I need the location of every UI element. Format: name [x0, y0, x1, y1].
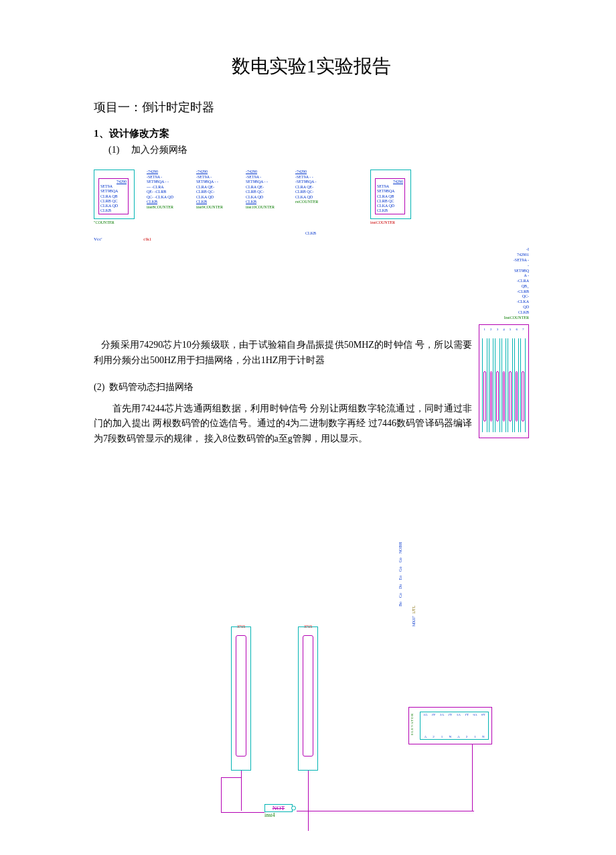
pin: N	[446, 735, 454, 738]
item-1-num: (1)	[108, 145, 119, 155]
rs-b: 1JTL	[412, 606, 416, 614]
num: 6	[514, 328, 520, 331]
rl: Bo	[398, 602, 402, 606]
rl: Do	[398, 584, 402, 589]
chip-row: SET9BQA	[377, 189, 403, 194]
tb-row: -SET9A -	[196, 175, 234, 180]
chip-right-wrap: 74290 SET9A SET9BQA CLRA QB CLRB QC CLKA…	[370, 170, 411, 224]
vc-row: -CLKA	[497, 300, 529, 305]
vc-row: -	[497, 263, 529, 269]
rl: NOBH	[398, 542, 402, 553]
tb-row: QE- -CLRB	[147, 190, 184, 195]
tb-row: SET9BQA - -	[246, 180, 283, 185]
pin: A	[421, 735, 429, 738]
pin: 1A	[455, 713, 463, 716]
chip-row: SET9A	[100, 184, 127, 189]
tb-row: QC- -CLKA QD	[147, 195, 184, 200]
tall-block-1: 3715	[231, 627, 251, 771]
vc-row: CLKB	[497, 310, 529, 316]
tb-ft: inst8COUNTER	[147, 205, 184, 210]
bottom-schematic: Bo Co Do Eo Go Go NOBH MX07 1JTL 3715 37…	[177, 603, 526, 831]
tb-row: SET9BQA - -	[196, 180, 234, 185]
chip-row: CLRA QB	[100, 194, 127, 199]
text-column: 分频采用74290芯片10分频级联，由于试验箱自身晶振提供50MHZ的时钟信 号…	[94, 247, 472, 446]
chip-right-label: instCOUNTER	[370, 220, 411, 224]
pins-bot: A 2 1 N A 2 1 N	[421, 735, 487, 738]
tb-hd: -74290	[147, 170, 184, 175]
pin: 1Y	[463, 713, 471, 716]
wire	[472, 744, 473, 811]
wire	[297, 811, 474, 811]
tall-lbl: 3715	[304, 624, 312, 629]
paragraph-2: 首先用74244芯片选通两组数据，利用时钟信号 分别让两组数字轮流通过，同时通过…	[94, 401, 472, 446]
tb-row: --- -CLRA	[147, 185, 184, 190]
tb-row: CLRB QC-	[295, 190, 333, 195]
clk-label: clk1	[143, 237, 151, 242]
chip-74290-right: 74290 SET9A SET9BQA CLRA QB CLRB QC CLKA…	[375, 178, 405, 214]
pin: 2	[429, 735, 437, 738]
para1-text: 分频采用74290芯片10分频级联，由于试验箱自身晶振提供50MHZ的时钟信 号…	[94, 340, 472, 365]
chip-row: CLKA QD	[100, 204, 127, 208]
item-2: (2) 数码管动态扫描网络	[94, 381, 472, 393]
chip-row: CLRB QC	[100, 199, 127, 204]
right-col: -I 742901 -SET9A - - SET9BQ A - -CLRA QB…	[479, 247, 529, 438]
section-1-head: 1、设计修改方案	[94, 127, 529, 140]
not-gate-label: inst4	[264, 812, 293, 818]
num: 1	[482, 328, 487, 331]
item-2-text: 数码管动态扫描网络	[109, 382, 194, 392]
wire	[221, 777, 241, 778]
num: 2	[489, 328, 494, 331]
chip-row: CLRA QB	[377, 194, 403, 199]
rot-port-labels: Bo Co Do Eo Go Go NOBH	[398, 542, 402, 606]
chip-row: SET9BQA	[100, 189, 127, 194]
chip-row: SET9A	[377, 184, 403, 189]
rl: Eo	[398, 576, 402, 580]
vcc-row: Vcc' clk1	[94, 237, 529, 242]
vc-row: QD	[497, 305, 529, 310]
vc-row: -I	[497, 247, 529, 253]
vc-row: SET9BQ	[497, 269, 529, 274]
chip-left-outer: 74290 SET9A SET9BQA CLRA QB CLRB QC CLKA…	[94, 170, 135, 219]
rl: Co	[398, 593, 402, 598]
strip-nums: 1 2 3 4 5 6 7	[482, 328, 526, 331]
wire	[221, 777, 222, 812]
rl: Go	[398, 557, 402, 562]
num: 3	[495, 328, 500, 331]
tb-row: -SET9A -	[147, 175, 184, 180]
pin: 3A	[421, 713, 429, 716]
pin: 2Y	[446, 713, 454, 716]
wire	[308, 771, 309, 831]
item-1-text: 加入分频网络	[131, 145, 187, 155]
chip-row: CLRB QC	[377, 199, 403, 204]
tb-clk: CLKB	[246, 200, 283, 205]
pin: 1	[471, 735, 479, 738]
tb-row: CLRA QE-	[295, 185, 333, 190]
chip-row: CLKA QD	[377, 204, 403, 208]
tb-row: CLRA QE-	[196, 185, 234, 190]
item-2-num: (2)	[94, 382, 104, 392]
tb-row: CLRB QC-	[246, 190, 283, 195]
section-1-title: 设计修改方案	[109, 128, 169, 139]
vert-chip-text: -I 742901 -SET9A - - SET9BQ A - -CLRA QB…	[497, 247, 529, 320]
tb-row: -SET9A -	[246, 175, 283, 180]
tb-hd: -74290	[196, 170, 234, 175]
tb-ft: inst10COUNTER	[246, 205, 283, 210]
not-gate-symbol: NOT	[264, 804, 293, 812]
tall-lbl: 3715	[237, 624, 245, 629]
vc-row: QB_	[497, 284, 529, 289]
chip-name: 74290	[100, 180, 127, 184]
rot-sub-labels: MX07 1JTL	[412, 606, 416, 627]
num: 7	[520, 328, 526, 331]
display-strip: 1 2 3 4 5 6 7	[479, 324, 529, 438]
project-title: 项目一：倒计时定时器	[94, 99, 529, 115]
vc-row: -CLRB	[497, 289, 529, 295]
pin: 2A	[438, 713, 446, 716]
tall-inner	[236, 635, 246, 757]
chip-right-outer: 74290 SET9A SET9BQA CLRA QB CLRB QC CLKA…	[370, 170, 411, 219]
chip-text-2: -74290 -SET9A - SET9BQA - - CLRA QE- CLR…	[196, 170, 234, 210]
right-chip: ELEVATOR 3A 3Y 2A 2Y 1A 1Y 0A 0Y A 2 1 N…	[408, 707, 492, 744]
two-col-area: 分频采用74290芯片10分频级联，由于试验箱自身晶振提供50MHZ的时钟信 号…	[94, 247, 529, 446]
vc-row: A -	[497, 273, 529, 279]
pin: 0A	[471, 713, 479, 716]
pin: N	[479, 735, 487, 738]
